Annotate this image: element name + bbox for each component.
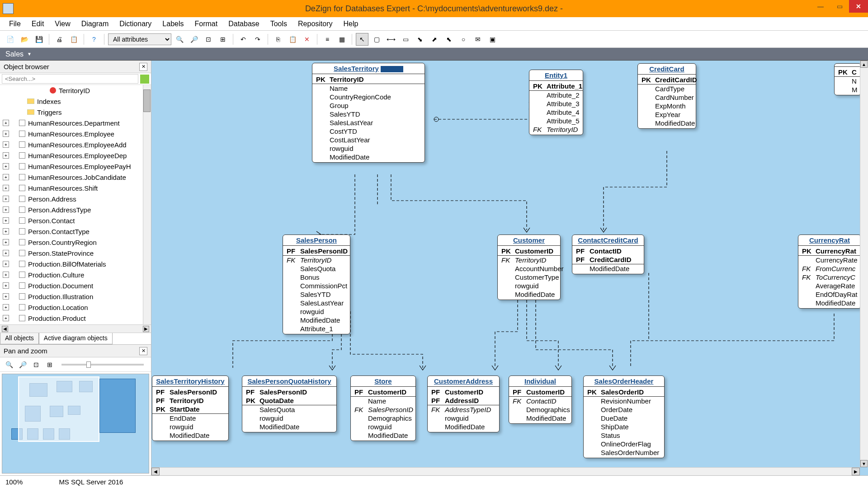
menu-help[interactable]: Help	[338, 18, 364, 30]
tree-item[interactable]: +Person.Address	[0, 193, 151, 204]
tree-item[interactable]: Triggers	[0, 107, 151, 117]
print-button[interactable]: 🖨	[53, 33, 66, 46]
tree-item[interactable]: +Person.AddressType	[0, 204, 151, 215]
tool-5[interactable]: ⬊	[414, 33, 426, 46]
expand-icon[interactable]: +	[3, 304, 9, 310]
entity-salespersonquotahistory[interactable]: SalesPersonQuotaHistoryPFSalesPersonIDPK…	[242, 375, 337, 432]
pz-fit[interactable]: ⊡	[31, 359, 42, 370]
pz-100[interactable]: ⊞	[44, 359, 55, 370]
expand-icon[interactable]: +	[3, 282, 9, 289]
pz-zoom-in[interactable]: 🔍	[4, 359, 14, 370]
tree-item[interactable]: +HumanResources.JobCandidate	[0, 172, 151, 183]
tool-7[interactable]: ⬉	[443, 33, 455, 46]
object-tree[interactable]: TerritoryIDIndexesTriggers+HumanResource…	[0, 85, 151, 324]
tool-8[interactable]: ○	[457, 33, 470, 46]
canvas-v-scroll[interactable]: ▲ ▼	[860, 61, 868, 467]
pz-slider[interactable]	[61, 364, 144, 366]
entity-customeraddress[interactable]: CustomerAddressPFCustomerIDPFAddressIDFK…	[427, 375, 500, 432]
close-button[interactable]: ✕	[849, 0, 868, 13]
pointer-tool[interactable]: ↖	[356, 33, 368, 46]
expand-icon[interactable]: +	[3, 163, 9, 169]
menu-view[interactable]: View	[49, 18, 75, 30]
undo-button[interactable]: ↶	[237, 33, 250, 46]
maximize-button[interactable]: ▭	[830, 0, 849, 13]
expand-icon[interactable]: +	[3, 174, 9, 180]
tree-item[interactable]: +Production.Illustration	[0, 291, 151, 302]
tree-item[interactable]: +Production.Location	[0, 302, 151, 313]
menu-labels[interactable]: Labels	[157, 18, 189, 30]
panzoom-close[interactable]: ✕	[139, 347, 147, 355]
pz-minimap[interactable]	[2, 374, 149, 474]
menu-tools[interactable]: Tools	[265, 18, 292, 30]
tree-item[interactable]: +HumanResources.EmployeeDep	[0, 150, 151, 161]
tree-item[interactable]: +Production.ProductCategory	[0, 324, 151, 324]
paste-button[interactable]: 📋	[286, 33, 299, 46]
tool-9[interactable]: ✉	[472, 33, 484, 46]
tree-item[interactable]: +Production.BillOfMaterials	[0, 258, 151, 269]
tree-item[interactable]: +Person.Contact	[0, 215, 151, 226]
diagram-canvas[interactable]: SalesTerritoryPKTerritoryIDNameCountryRe…	[151, 61, 868, 475]
tree-h-scroll[interactable]: ◀▶	[0, 324, 151, 333]
align-button[interactable]: ≡	[321, 33, 334, 46]
expand-icon[interactable]: +	[3, 120, 9, 126]
expand-icon[interactable]: +	[3, 206, 9, 213]
tool-10[interactable]: ▣	[486, 33, 499, 46]
object-browser-close[interactable]: ✕	[139, 63, 147, 71]
entity-store[interactable]: StorePFCustomerIDNameFKSalesPersonIDDemo…	[350, 375, 416, 441]
tool-6[interactable]: ⬈	[428, 33, 441, 46]
menu-file[interactable]: File	[4, 18, 26, 30]
entity-salesorderheader[interactable]: SalesOrderHeaderPKSalesOrderIDRevisionNu…	[583, 375, 665, 458]
expand-icon[interactable]: +	[3, 131, 9, 137]
expand-icon[interactable]: +	[3, 239, 9, 245]
zoom-100-button[interactable]: ⊞	[217, 33, 229, 46]
menu-edit[interactable]: Edit	[26, 18, 50, 30]
print-preview-button[interactable]: 📋	[67, 33, 80, 46]
minimize-button[interactable]: —	[811, 0, 830, 13]
pz-zoom-out[interactable]: 🔎	[17, 359, 28, 370]
expand-icon[interactable]: +	[3, 261, 9, 267]
zoom-in-button[interactable]: 🔍	[173, 33, 186, 46]
entity-creditcard[interactable]: CreditCardPKCreditCardIDCardTypeCardNumb…	[637, 63, 696, 129]
tree-item[interactable]: +Production.Culture	[0, 269, 151, 280]
tab-all-objects[interactable]: All objects	[0, 333, 39, 344]
tree-item[interactable]: +HumanResources.Employee	[0, 128, 151, 139]
search-input[interactable]	[2, 74, 138, 84]
menu-diagram[interactable]: Diagram	[76, 18, 114, 30]
tree-item[interactable]: +HumanResources.Department	[0, 117, 151, 128]
entity-individual[interactable]: IndividualPFCustomerIDFKContactIDDemogra…	[509, 375, 572, 424]
menu-database[interactable]: Database	[223, 18, 265, 30]
tab-active-diagram[interactable]: Active diagram objects	[39, 333, 113, 344]
menu-dictionary[interactable]: Dictionary	[114, 18, 157, 30]
expand-icon[interactable]: +	[3, 217, 9, 224]
expand-icon[interactable]: +	[3, 315, 9, 321]
tree-item[interactable]: +HumanResources.EmployeePayH	[0, 161, 151, 172]
diagram-selector[interactable]: Sales ▼	[0, 48, 868, 61]
tree-item[interactable]: TerritoryID	[0, 85, 151, 96]
attribute-filter[interactable]: All attributes	[108, 33, 171, 45]
entity-contactcreditcard[interactable]: ContactCreditCardPFContactIDPFCreditCard…	[572, 235, 644, 274]
entity-tool[interactable]: ▢	[370, 33, 383, 46]
tree-item[interactable]: +Person.StateProvince	[0, 248, 151, 258]
expand-icon[interactable]: +	[3, 228, 9, 235]
save-button[interactable]: 💾	[33, 33, 45, 46]
tree-item[interactable]: +HumanResources.EmployeeAdd	[0, 139, 151, 150]
help-button[interactable]: ?	[88, 33, 100, 46]
entity-salesperson[interactable]: SalesPersonPFSalesPersonIDFKTerritoryIDS…	[283, 235, 350, 334]
entity-salesterritory[interactable]: SalesTerritoryPKTerritoryIDNameCountryRe…	[312, 63, 425, 163]
entity-currencyrate[interactable]: CurrencyRatPKCurrencyRatCurrencyRateFKFr…	[798, 235, 861, 309]
tree-item[interactable]: +Production.Product	[0, 313, 151, 324]
entity-partial1[interactable]: PKCNM	[834, 63, 861, 95]
copy-button[interactable]: ⎘	[272, 33, 284, 46]
zoom-out-button[interactable]: 🔎	[188, 33, 200, 46]
layout-button[interactable]: ▦	[335, 33, 348, 46]
expand-icon[interactable]: +	[3, 141, 9, 148]
open-button[interactable]: 📂	[18, 33, 31, 46]
expand-icon[interactable]: +	[3, 196, 9, 202]
tool-4[interactable]: ▭	[399, 33, 412, 46]
entity-salesterritoryhistory[interactable]: SalesTerritoryHistoryPFSalesPersonIDPFTe…	[152, 375, 229, 441]
tree-item[interactable]: +HumanResources.Shift	[0, 183, 151, 193]
expand-icon[interactable]: +	[3, 293, 9, 300]
expand-icon[interactable]: +	[3, 272, 9, 278]
search-go-button[interactable]	[140, 75, 149, 84]
tree-item[interactable]: +Production.Document	[0, 280, 151, 291]
